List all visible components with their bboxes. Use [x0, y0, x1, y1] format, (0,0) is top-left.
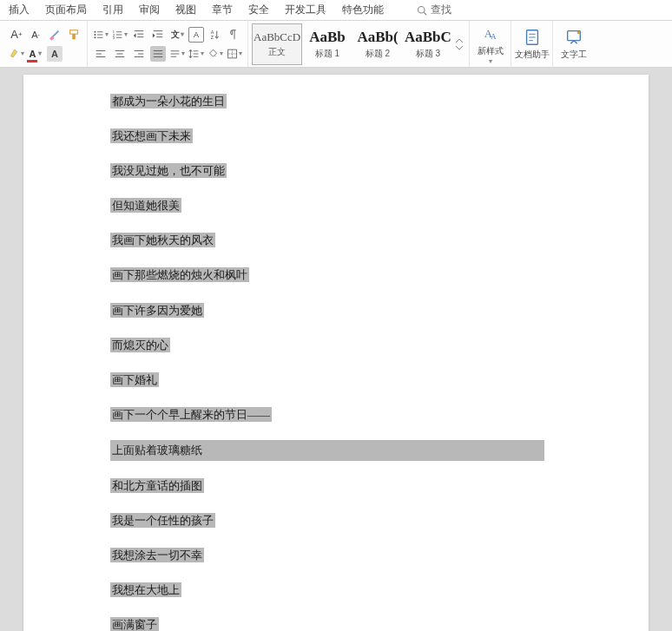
tab-review[interactable]: 审阅 [139, 3, 160, 17]
search-icon [417, 5, 427, 16]
tab-special[interactable]: 特色功能 [342, 3, 384, 17]
selected-text: 我还想画下未来 [110, 128, 193, 143]
line-spacing-button[interactable]: ▾ [188, 46, 204, 62]
style-label: 标题 2 [366, 48, 390, 60]
document-line[interactable]: 画下许多因为爱她 [110, 301, 579, 320]
tab-insert[interactable]: 插入 [9, 3, 30, 17]
svg-point-0 [418, 6, 425, 13]
document-line[interactable]: 而熄灭的心 [110, 336, 579, 355]
selected-text: 都成为一朵小花的生日 [110, 94, 227, 108]
tab-references[interactable]: 引用 [102, 3, 123, 17]
ribbon-tabs: 插入 页面布局 引用 审阅 视图 章节 安全 开发工具 特色功能 查找 [0, 0, 672, 21]
selected-text: 我是一个任性的孩子 [110, 513, 215, 528]
selected-text: 画下一个个早上醒来的节日—— [110, 407, 272, 422]
style-preview: AaBbCcDd [254, 30, 300, 44]
document-line[interactable]: 画满窗子 [110, 615, 579, 631]
sort-button[interactable]: AZ [208, 27, 223, 43]
shading-button[interactable]: ▾ [208, 46, 223, 62]
document-lines: 都成为一朵小花的生日我还想画下未来我没见过她，也不可能但知道她很美我画下她秋天的… [110, 92, 579, 631]
char-shading-button[interactable]: A [47, 46, 63, 62]
svg-text:A: A [211, 30, 214, 35]
increase-indent-button[interactable] [150, 27, 166, 43]
selected-text: 我想在大地上 [110, 582, 181, 597]
align-left-button[interactable] [93, 46, 109, 62]
svg-rect-3 [70, 30, 78, 33]
document-line[interactable]: 我还想画下未来 [110, 127, 579, 146]
numbering-button[interactable]: 123▾ [112, 27, 128, 43]
char-border-button[interactable]: A [188, 27, 204, 43]
decrease-font-button[interactable]: A- [28, 27, 43, 43]
paragraph-group: ▾ 123▾ 文▾ A AZ ▾ ▾ ▾ ▾ [88, 21, 248, 67]
svg-text:Z: Z [211, 35, 214, 40]
font-size-group: A+ A- ▾ A▾ A [3, 21, 88, 67]
selected-text: 我没见过她，也不可能 [110, 163, 227, 178]
style-heading-3[interactable]: AaBbC( 标题 3 [403, 23, 453, 65]
doc-assist-button[interactable]: 文档助手 [511, 21, 553, 68]
document-line[interactable]: 画下那些燃烧的烛火和枫叶 [110, 266, 579, 285]
tab-page-layout[interactable]: 页面布局 [45, 3, 87, 17]
document-line[interactable]: 画下一个个早上醒来的节日—— [110, 405, 579, 424]
document-line[interactable]: 画下婚礼 [110, 371, 579, 390]
font-color-button[interactable]: A▾ [28, 46, 43, 62]
search-label: 查找 [431, 3, 451, 17]
style-gallery: AaBbCcDd 正文 AaBb 标题 1 AaBb( 标题 2 AaBbC( … [248, 21, 470, 67]
ribbon-toolbar: A+ A- ▾ A▾ A ▾ 123▾ 文▾ A AZ [0, 21, 672, 68]
selected-text: 但知道她很美 [110, 198, 181, 213]
selected-text: 而熄灭的心 [110, 338, 170, 352]
bullets-button[interactable]: ▾ [93, 27, 109, 43]
document-line[interactable]: 都成为一朵小花的生日 [110, 92, 579, 111]
document-line[interactable]: 上面贴着玻璃糖纸 [110, 440, 579, 461]
style-heading-1[interactable]: AaBb 标题 1 [302, 23, 352, 65]
selected-text: 我画下她秋天的风衣 [110, 233, 215, 247]
svg-rect-4 [72, 34, 76, 39]
style-gallery-more[interactable] [453, 23, 465, 65]
document-line[interactable]: 我没见过她，也不可能 [110, 161, 579, 181]
decrease-indent-button[interactable] [131, 27, 147, 43]
search-box[interactable]: 查找 [417, 3, 451, 17]
style-label: 标题 3 [416, 48, 440, 60]
new-style-label: 新样式 [478, 45, 504, 57]
highlight-button[interactable]: ▾ [9, 46, 24, 62]
align-right-button[interactable] [131, 46, 147, 62]
increase-font-button[interactable]: A+ [9, 27, 24, 43]
selected-text: 和北方童话的插图 [110, 478, 204, 493]
style-normal[interactable]: AaBbCcDd 正文 [252, 23, 302, 65]
style-label: 标题 1 [315, 48, 339, 60]
doc-assist-icon [523, 28, 542, 47]
borders-button[interactable]: ▾ [227, 46, 242, 62]
text-tools-icon [564, 28, 583, 47]
document-page[interactable]: 都成为一朵小花的生日我还想画下未来我没见过她，也不可能但知道她很美我画下她秋天的… [23, 75, 649, 631]
tab-security[interactable]: 安全 [248, 3, 269, 17]
document-line[interactable]: 和北方童话的插图 [110, 477, 579, 496]
tab-chapter[interactable]: 章节 [212, 3, 233, 17]
phonetic-guide-button[interactable]: 文▾ [169, 27, 185, 43]
document-line[interactable]: 我想在大地上 [110, 581, 579, 600]
tab-view[interactable]: 视图 [175, 3, 196, 17]
selected-text: 画下那些燃烧的烛火和枫叶 [110, 267, 249, 282]
text-tools-label: 文字工 [561, 49, 587, 61]
document-line[interactable]: 我画下她秋天的风衣 [110, 231, 579, 250]
doc-assist-label: 文档助手 [515, 49, 550, 61]
selected-text: 上面贴着玻璃糖纸 [110, 440, 544, 461]
style-heading-2[interactable]: AaBb( 标题 2 [352, 23, 403, 65]
document-line[interactable]: 我想涂去一切不幸 [110, 546, 579, 565]
align-distributed-button[interactable]: ▾ [169, 46, 185, 62]
clear-format-button[interactable] [47, 27, 63, 43]
text-tools-button[interactable]: 文字工 [553, 21, 595, 68]
svg-text:A: A [491, 31, 497, 40]
new-style-button[interactable]: AA 新样式▾ [470, 21, 511, 68]
svg-line-1 [424, 12, 426, 15]
svg-text:3: 3 [113, 35, 115, 39]
align-justify-button[interactable] [150, 46, 166, 62]
style-preview: AaBb( [357, 29, 398, 46]
show-marks-button[interactable] [227, 27, 242, 43]
document-line[interactable]: 但知道她很美 [110, 196, 579, 215]
chevron-down-icon [456, 45, 463, 50]
document-line[interactable]: 我是一个任性的孩子 [110, 511, 579, 530]
tab-devtools[interactable]: 开发工具 [285, 3, 326, 17]
selected-text: 画下许多因为爱她 [110, 303, 204, 318]
align-center-button[interactable] [112, 46, 128, 62]
document-area[interactable]: 都成为一朵小花的生日我还想画下未来我没见过她，也不可能但知道她很美我画下她秋天的… [0, 68, 672, 631]
format-painter-button[interactable] [66, 27, 82, 43]
svg-point-7 [94, 34, 96, 36]
